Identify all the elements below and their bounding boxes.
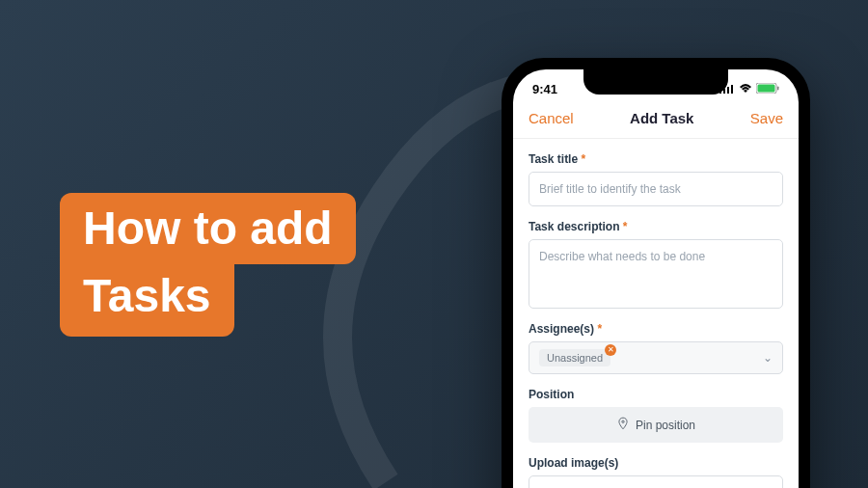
svg-rect-2 [727, 87, 729, 94]
svg-rect-3 [731, 85, 733, 94]
cancel-button[interactable]: Cancel [529, 110, 574, 126]
svg-rect-5 [758, 84, 775, 92]
task-description-input[interactable]: Describe what needs to be done [529, 239, 783, 309]
task-title-label: Task title * [529, 152, 783, 166]
phone-frame: 9:41 Cancel Add Task Save Task t [502, 58, 810, 488]
task-description-field: Task description * Describe what needs t… [529, 220, 783, 309]
position-field: Position Pin position [529, 388, 783, 443]
required-indicator: * [581, 152, 585, 166]
add-task-form: Task title * Brief title to identify the… [513, 139, 799, 488]
battery-icon [756, 82, 779, 96]
phone-screen: 9:41 Cancel Add Task Save Task t [513, 69, 799, 488]
save-button[interactable]: Save [750, 110, 783, 126]
phone-notch [583, 69, 728, 95]
pin-position-button[interactable]: Pin position [529, 407, 783, 443]
position-label: Position [529, 388, 783, 401]
upload-field: Upload image(s) Browse to upload photos [529, 456, 783, 488]
required-indicator: * [597, 322, 602, 336]
task-title-field: Task title * Brief title to identify the… [529, 152, 783, 206]
remove-chip-icon[interactable]: ✕ [605, 344, 616, 356]
pin-icon [616, 417, 630, 433]
svg-rect-6 [777, 86, 779, 90]
task-description-label: Task description * [529, 220, 783, 233]
chevron-down-icon: ⌄ [763, 351, 773, 365]
status-time: 9:41 [532, 82, 557, 96]
wifi-icon [739, 82, 752, 96]
assignee-field: Assignee(s) * Unassigned ✕ ⌄ [529, 322, 783, 374]
nav-bar: Cancel Add Task Save [513, 100, 799, 139]
upload-dropzone[interactable]: Browse to upload photos [529, 475, 783, 488]
hero-line2: Tasks [60, 264, 234, 336]
upload-label: Upload image(s) [529, 456, 783, 470]
required-indicator: * [623, 220, 628, 233]
assignee-label: Assignee(s) * [529, 322, 783, 336]
hero-line1: How to add [60, 193, 356, 264]
hero-title-badge: How to add Tasks [60, 193, 356, 337]
assignee-chip[interactable]: Unassigned ✕ [539, 349, 610, 366]
task-title-input[interactable]: Brief title to identify the task [529, 172, 783, 206]
assignee-select[interactable]: Unassigned ✕ ⌄ [529, 341, 783, 374]
screen-title: Add Task [630, 110, 693, 126]
